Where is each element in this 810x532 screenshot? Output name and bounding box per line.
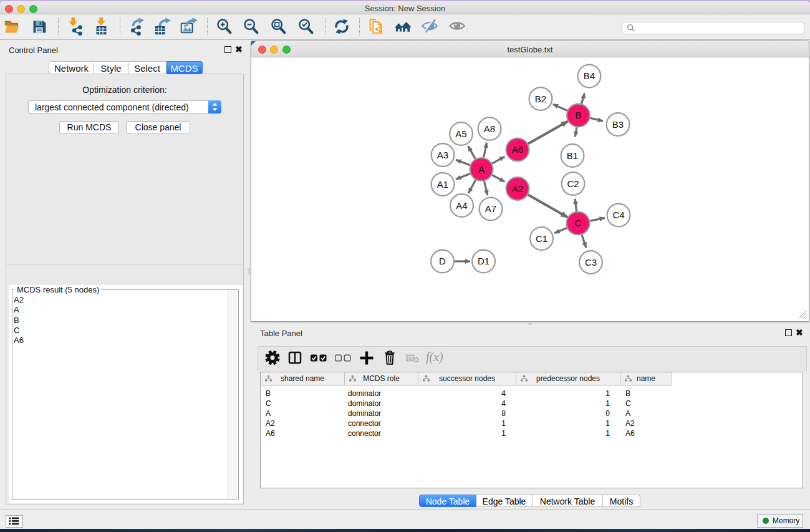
svg-text:B: B [575,110,581,120]
svg-text:C1: C1 [536,233,547,244]
svg-text:A4: A4 [456,200,467,211]
svg-text:B4: B4 [584,70,595,81]
svg-text:A1: A1 [437,179,448,190]
svg-text:B1: B1 [567,150,578,161]
svg-text:A5: A5 [455,128,466,139]
svg-text:C3: C3 [585,257,597,268]
svg-text:A: A [478,164,485,175]
svg-text:C: C [575,218,582,228]
svg-text:C4: C4 [612,210,624,220]
svg-text:A7: A7 [485,203,496,214]
svg-text:D: D [439,256,446,266]
svg-text:A3: A3 [437,150,448,160]
svg-text:B2: B2 [535,94,546,104]
svg-text:A8: A8 [484,123,495,134]
svg-text:C2: C2 [567,178,579,189]
svg-text:D1: D1 [478,256,489,266]
svg-text:B3: B3 [612,119,624,130]
svg-text:A2: A2 [512,183,523,194]
svg-text:A6: A6 [512,144,523,155]
